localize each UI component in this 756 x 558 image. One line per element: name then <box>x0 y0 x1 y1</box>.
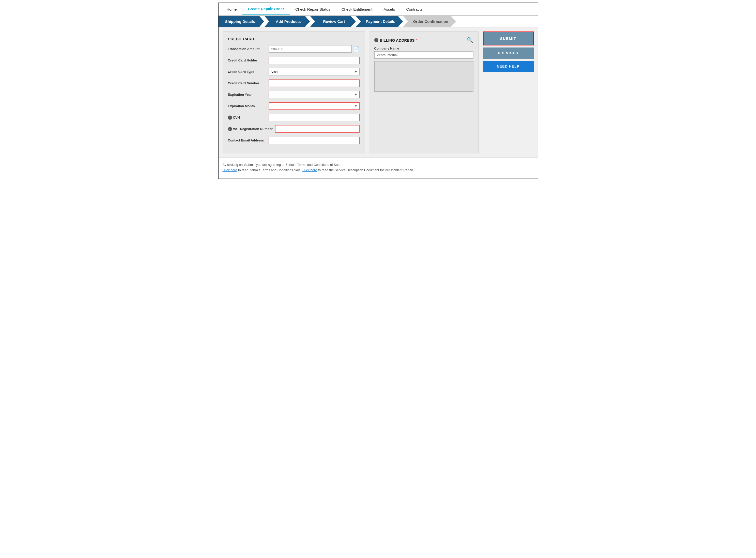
contact-email-label: Contact Email Address <box>228 138 266 142</box>
expiration-month-label: Expiration Month <box>228 104 266 108</box>
billing-info-icon: i <box>374 38 379 42</box>
transaction-amount-input[interactable] <box>269 45 352 53</box>
page-footer: By clicking on 'Submit' you are agreeing… <box>219 157 538 179</box>
credit-card-type-label: Credit Card Type <box>228 70 266 74</box>
previous-button[interactable]: PREVIOUS <box>483 48 534 59</box>
expiration-year-wrapper: 2024 2025 2026 2027 2028 ▼ <box>269 91 360 98</box>
vat-row: i VAT Registration Number <box>228 125 360 133</box>
company-name-input[interactable] <box>374 51 473 59</box>
expiration-month-wrapper: 010203 040506 070809 101112 ▼ <box>269 102 360 110</box>
nav-assets[interactable]: Assets <box>378 4 400 15</box>
step-payment-details[interactable]: Payment Details <box>356 16 403 27</box>
cvn-input[interactable] <box>269 114 360 121</box>
credit-card-holder-row: Credit Card Holder <box>228 57 360 64</box>
required-star: * <box>416 38 417 43</box>
nav-create-repair-order[interactable]: Create Repair Order <box>242 3 290 15</box>
contact-email-row: Contact Email Address <box>228 137 360 144</box>
doc-icon: 📄 <box>353 46 360 52</box>
credit-card-holder-label: Credit Card Holder <box>228 58 266 62</box>
transaction-amount-label: Transaction Amount <box>228 47 266 51</box>
nav-contracts[interactable]: Contracts <box>400 4 428 15</box>
action-buttons: SUBMIT PREVIOUS NEED HELP <box>483 31 534 153</box>
need-help-button[interactable]: NEED HELP <box>483 61 534 72</box>
stepper: Shipping Details Add Products Review Car… <box>219 16 538 27</box>
main-content: CREDIT CARD Transaction Amount 📄 Credit … <box>219 27 538 157</box>
footer-line1: By clicking on 'Submit' you are agreeing… <box>223 163 534 167</box>
expiration-year-select[interactable]: 2024 2025 2026 2027 2028 <box>269 91 360 98</box>
vat-info-icon: i <box>228 127 232 131</box>
step-add-products[interactable]: Add Products <box>264 16 310 27</box>
step-review-cart[interactable]: Review Cart <box>310 16 356 27</box>
expiration-month-select[interactable]: 010203 040506 070809 101112 <box>269 102 360 110</box>
billing-section: i BILLING ADDRESS * 🔍 Company Name <box>369 31 479 153</box>
middle-sections: i BILLING ADDRESS * 🔍 Company Name SUBMI… <box>369 31 534 153</box>
billing-search-button[interactable]: 🔍 <box>467 37 473 44</box>
company-name-label: Company Name <box>374 47 473 50</box>
credit-card-title: CREDIT CARD <box>228 37 360 41</box>
credit-card-number-label: Credit Card Number <box>228 81 266 85</box>
nav-bar: Home Create Repair Order Check Repair St… <box>219 3 538 16</box>
step-shipping-details[interactable]: Shipping Details <box>219 16 264 27</box>
billing-address-textarea[interactable] <box>374 61 473 92</box>
transaction-amount-row: Transaction Amount 📄 <box>228 45 360 53</box>
transaction-amount-field-wrapper: 📄 <box>269 45 360 53</box>
credit-card-number-input[interactable] <box>269 79 360 87</box>
credit-card-type-row: Credit Card Type Visa MasterCard America… <box>228 68 360 75</box>
footer-text-mid: to read Zebra's Terms and Conditions Sal… <box>238 168 302 172</box>
credit-card-number-row: Credit Card Number <box>228 79 360 87</box>
credit-card-type-wrapper: Visa MasterCard American Express Discove… <box>269 68 360 75</box>
expiration-month-row: Expiration Month 010203 040506 070809 10… <box>228 102 360 110</box>
footer-link2[interactable]: Click here <box>302 168 317 172</box>
nav-home[interactable]: Home <box>221 4 242 15</box>
footer-text-post: to read the Service Description Document… <box>318 168 414 172</box>
vat-input[interactable] <box>275 125 360 133</box>
cvn-row: i CVN <box>228 114 360 121</box>
vat-label: i VAT Registration Number <box>228 127 273 131</box>
expiration-year-label: Expiration Year <box>228 93 266 97</box>
billing-header: i BILLING ADDRESS * 🔍 <box>374 37 473 44</box>
nav-check-entitlement[interactable]: Check Entitlement <box>336 4 378 15</box>
contact-email-input[interactable] <box>269 137 360 144</box>
billing-title: BILLING ADDRESS <box>380 38 415 43</box>
credit-card-section: CREDIT CARD Transaction Amount 📄 Credit … <box>223 31 365 153</box>
cvn-info-icon: i <box>228 116 232 120</box>
submit-button[interactable]: SUBMIT <box>483 31 534 46</box>
credit-card-type-select[interactable]: Visa MasterCard American Express Discove… <box>269 68 360 75</box>
footer-link1[interactable]: Click here <box>223 168 237 172</box>
step-order-confirmation[interactable]: Order Confirmation <box>403 16 456 27</box>
credit-card-holder-input[interactable] <box>269 57 360 64</box>
footer-line2: Click here to read Zebra's Terms and Con… <box>223 168 534 172</box>
nav-check-repair-status[interactable]: Check Repair Status <box>290 4 336 15</box>
cvn-label: i CVN <box>228 116 266 120</box>
expiration-year-row: Expiration Year 2024 2025 2026 2027 2028… <box>228 91 360 98</box>
